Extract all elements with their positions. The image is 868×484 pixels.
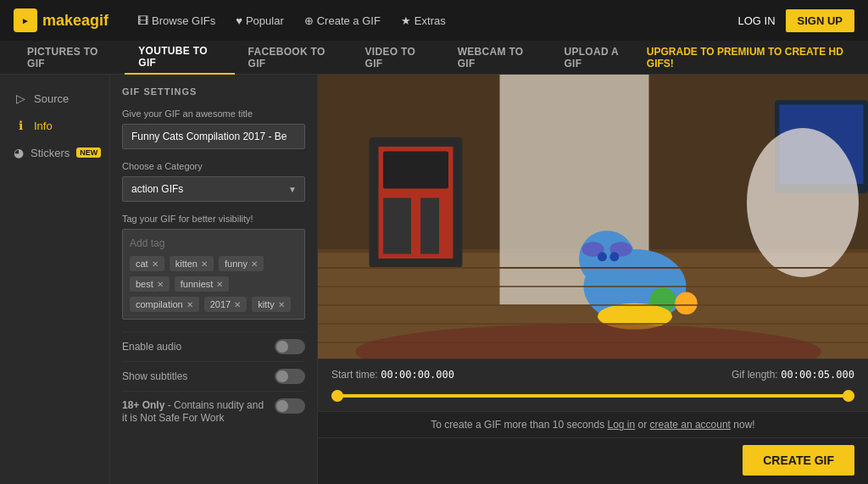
remove-tag-funny[interactable]: ✕ — [251, 259, 258, 269]
subnav-webcam[interactable]: WEBCAM TO GIF — [444, 41, 551, 75]
svg-point-10 — [579, 231, 635, 287]
svg-point-16 — [675, 292, 697, 314]
svg-point-13 — [598, 252, 607, 261]
nsfw-row: 18+ Only - Contains nudity and it is Not… — [122, 391, 305, 431]
settings-panel: GIF SETTINGS Give your GIF an awesome ti… — [110, 75, 318, 484]
nsfw-toggle[interactable] — [275, 398, 305, 414]
nav-popular[interactable]: ♥ Popular — [236, 14, 284, 27]
timeline-area: Start time: 00:00:00.000 Gif length: 00:… — [318, 359, 868, 411]
remove-tag-2017[interactable]: ✕ — [234, 300, 241, 309]
sidebar-item-info[interactable]: ℹ Info — [0, 112, 109, 139]
audio-toggle[interactable] — [275, 339, 305, 354]
svg-point-20 — [747, 128, 859, 277]
create-gif-button[interactable]: CREATE GIF — [743, 445, 854, 476]
nav-extras[interactable]: ★ Extras — [401, 14, 446, 27]
header: ► makeagif 🎞 Browse GIFs ♥ Popular ⊕ Cre… — [0, 0, 868, 41]
settings-title: GIF SETTINGS — [122, 86, 305, 97]
time-row: Start time: 00:00:00.000 Gif length: 00:… — [331, 368, 854, 381]
subnav-pictures[interactable]: PICTURES TO GIF — [14, 41, 125, 75]
subnav-youtube[interactable]: YOUTUBE TO GIF — [125, 41, 234, 75]
info-icon: ℹ — [14, 119, 27, 132]
tag-kitten: kitten✕ — [170, 256, 214, 271]
tag-compilation: compilation✕ — [130, 297, 199, 312]
subtitles-toggle-knob — [276, 370, 288, 382]
star-icon: ★ — [401, 14, 411, 27]
audio-label: Enable audio — [122, 341, 181, 353]
upgrade-label[interactable]: UPGRADE TO PREMIUM TO CREATE HD GIFS! — [647, 46, 868, 70]
signup-button[interactable]: SIGN UP — [786, 9, 854, 32]
remove-tag-kitty[interactable]: ✕ — [278, 300, 285, 309]
tags-field-label: Tag your GIF for better visibility! — [122, 214, 305, 224]
sidebar: ▷ Source ℹ Info ◕ Stickers NEW — [0, 75, 110, 484]
svg-rect-8 — [420, 198, 439, 254]
gif-length-group: Gif length: 00:00:05.000 — [732, 368, 854, 381]
slider-track — [331, 394, 854, 398]
video-area — [318, 75, 868, 359]
nav-create[interactable]: ⊕ Create a GIF — [304, 14, 381, 27]
sticker-icon: ◕ — [14, 146, 24, 159]
nsfw-toggle-knob — [276, 400, 288, 412]
info-text-middle: or — [638, 419, 650, 431]
heart-icon: ♥ — [236, 14, 242, 27]
logo[interactable]: ► makeagif — [14, 8, 108, 32]
category-field-group: Choose a Category action GIFs funny GIFs… — [122, 161, 305, 202]
tag-2017: 2017✕ — [204, 297, 247, 312]
timeline-slider[interactable] — [331, 387, 854, 404]
nav-browse[interactable]: 🎞 Browse GIFs — [137, 14, 215, 27]
subtitles-label: Show subtitles — [122, 370, 187, 382]
start-time-value: 00:00:00.000 — [381, 369, 454, 381]
svg-rect-7 — [383, 198, 411, 254]
slider-fill — [331, 394, 854, 398]
sidebar-item-source[interactable]: ▷ Source — [0, 85, 109, 112]
subtitles-toggle-row: Show subtitles — [122, 361, 305, 391]
svg-rect-6 — [383, 152, 448, 189]
create-btn-row: CREATE GIF — [318, 437, 868, 484]
tag-funniest: funniest✕ — [175, 276, 230, 292]
slider-handle-left[interactable] — [331, 390, 343, 402]
audio-toggle-knob — [276, 341, 288, 353]
tags-container: cat✕ kitten✕ funny✕ best✕ funniest✕ comp… — [122, 229, 305, 320]
new-badge: NEW — [76, 147, 101, 158]
category-select-wrap: action GIFs funny GIFs cute GIFs animals… — [122, 176, 305, 202]
create-account-link[interactable]: create an account — [650, 419, 731, 431]
audio-toggle-row: Enable audio — [122, 331, 305, 361]
subtitles-toggle[interactable] — [275, 369, 305, 384]
svg-point-14 — [609, 252, 619, 261]
play-icon: ▷ — [14, 92, 27, 105]
remove-tag-best[interactable]: ✕ — [157, 280, 164, 289]
login-link[interactable]: Log in — [607, 419, 635, 431]
category-select[interactable]: action GIFs funny GIFs cute GIFs animals… — [122, 176, 305, 202]
header-right: LOG IN SIGN UP — [737, 9, 854, 32]
tags-field-group: Tag your GIF for better visibility! cat✕… — [122, 214, 305, 320]
video-frame — [318, 75, 868, 359]
subnav-upload[interactable]: UPLOAD A GIF — [550, 41, 646, 75]
logo-box: ► — [14, 8, 37, 32]
gif-title-input[interactable] — [122, 124, 305, 149]
title-field-group: Give your GIF an awesome title — [122, 108, 305, 149]
remove-tag-funniest[interactable]: ✕ — [216, 280, 223, 289]
tag-best: best✕ — [130, 276, 170, 292]
tags-row: cat✕ kitten✕ funny✕ best✕ funniest✕ comp… — [130, 256, 298, 312]
login-button[interactable]: LOG IN — [737, 14, 775, 27]
info-text-before: To create a GIF more than 10 seconds — [431, 419, 607, 431]
logo-make: make — [42, 12, 81, 29]
tag-cat: cat✕ — [130, 256, 164, 271]
logo-icon: ► — [21, 16, 30, 25]
remove-tag-compilation[interactable]: ✕ — [186, 300, 193, 309]
subnav-video[interactable]: VIDEO TO GIF — [352, 41, 444, 75]
gif-length-label: Gif length: — [732, 369, 778, 381]
tag-funny: funny✕ — [219, 256, 264, 271]
remove-tag-cat[interactable]: ✕ — [152, 259, 159, 269]
subnav-facebook[interactable]: FACEBOOK TO GIF — [235, 41, 352, 75]
sidebar-item-stickers[interactable]: ◕ Stickers NEW — [0, 139, 109, 166]
slider-handle-right[interactable] — [843, 390, 854, 402]
tag-input[interactable] — [130, 237, 298, 249]
nsfw-text: 18+ Only - Contains nudity and it is Not… — [122, 398, 268, 424]
gif-length-value: 00:00:05.000 — [781, 369, 854, 381]
subnav: PICTURES TO GIF YOUTUBE TO GIF FACEBOOK … — [0, 41, 868, 75]
remove-tag-kitten[interactable]: ✕ — [201, 259, 208, 269]
logo-text: makeagif — [42, 12, 108, 30]
main: ▷ Source ℹ Info ◕ Stickers NEW GIF SETTI… — [0, 75, 868, 484]
plus-icon: ⊕ — [304, 14, 314, 27]
start-time-label: Start time: — [331, 369, 378, 381]
